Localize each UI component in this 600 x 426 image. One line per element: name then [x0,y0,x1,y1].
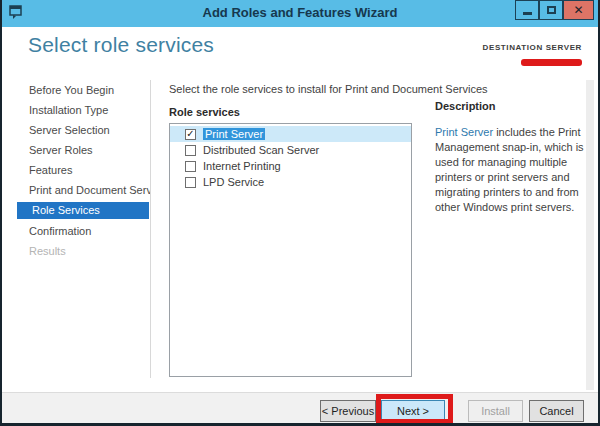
next-button[interactable]: Next > [381,400,445,422]
checkbox-internet-printing[interactable] [185,161,196,172]
server-name-redaction-annotation [521,59,582,66]
list-item-distributed-scan-server[interactable]: Distributed Scan Server [170,142,411,158]
sidebar-item-print-and-document-services[interactable]: Print and Document Servi... [2,180,150,200]
install-button: Install [468,400,523,422]
minimize-icon [523,12,532,15]
sidebar-item-installation-type[interactable]: Installation Type [2,100,150,120]
cancel-button[interactable]: Cancel [529,400,584,422]
list-item-print-server[interactable]: ✓ Print Server [170,126,411,142]
minimize-button[interactable] [515,0,539,20]
check-icon: ✓ [186,129,194,139]
sidebar-item-features[interactable]: Features [2,160,150,180]
list-item-label: Print Server [203,128,265,140]
role-services-listbox: ✓ Print Server Distributed Scan Server I… [169,123,412,377]
previous-button[interactable]: < Previous [320,400,376,422]
wizard-steps-sidebar: Before You Begin Installation Type Serve… [2,80,150,261]
close-icon: ✕ [573,4,583,16]
description-heading: Description [435,100,586,112]
window-controls: ✕ [515,0,594,20]
titlebar[interactable]: Add Roles and Features Wizard ✕ [0,0,600,27]
description-body: Print Server includes the Print Manageme… [435,125,586,215]
list-item-label: Internet Printing [203,160,281,172]
sidebar-item-before-you-begin[interactable]: Before You Begin [2,80,150,100]
wizard-window: Add Roles and Features Wizard ✕ Select r… [0,0,600,426]
sidebar-item-role-services[interactable]: Role Services [17,202,149,219]
description-body-text: includes the Print Management snap-in, w… [435,126,584,213]
sidebar-item-server-selection[interactable]: Server Selection [2,120,150,140]
page-title: Select role services [28,33,214,57]
destination-server-label: DESTINATION SERVER [483,43,582,52]
checkbox-distributed-scan-server[interactable] [185,145,196,156]
checkbox-lpd-service[interactable] [185,177,196,188]
print-server-link[interactable]: Print Server [435,126,493,138]
window-title: Add Roles and Features Wizard [0,5,600,20]
description-panel: Description Print Server includes the Pr… [435,100,586,215]
sidebar-item-server-roles[interactable]: Server Roles [2,140,150,160]
maximize-icon [547,6,556,14]
close-button[interactable]: ✕ [563,0,594,20]
maximize-button[interactable] [539,0,563,20]
list-item-lpd-service[interactable]: LPD Service [170,174,411,190]
checkbox-print-server[interactable]: ✓ [185,129,196,140]
destination-server-block: DESTINATION SERVER [483,43,582,70]
sidebar-item-results: Results [2,241,150,261]
list-item-internet-printing[interactable]: Internet Printing [170,158,411,174]
instruction-text: Select the role services to install for … [169,83,488,95]
list-item-label: Distributed Scan Server [203,144,319,156]
sidebar-item-confirmation[interactable]: Confirmation [2,221,150,241]
footer-bar: < Previous Next > Install Cancel [0,392,600,426]
scrollbar-track [586,80,594,390]
role-services-list-label: Role services [169,106,240,118]
list-item-label: LPD Service [203,176,264,188]
sidebar-divider [150,80,151,378]
